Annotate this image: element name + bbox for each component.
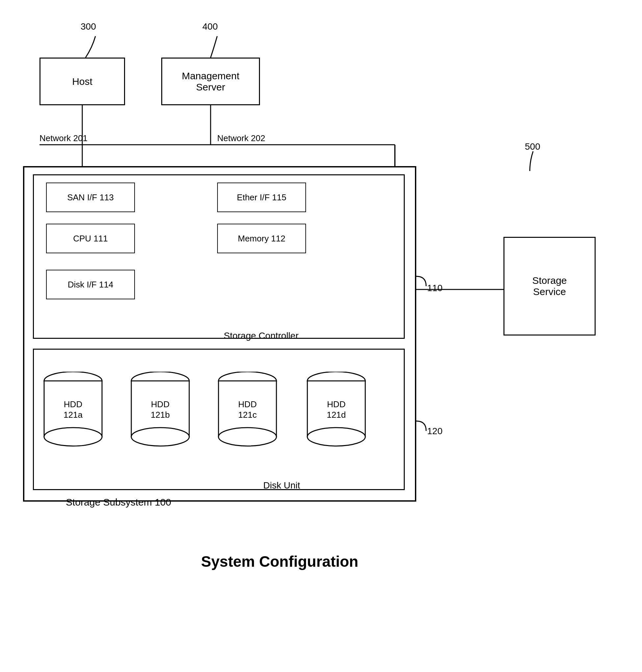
- mgmt-server-box: Management Server: [161, 57, 260, 105]
- network-201-label: Network 201: [39, 133, 88, 143]
- storage-service-box: Storage Service: [503, 237, 595, 336]
- cpu-label: CPU 111: [73, 234, 108, 244]
- svg-text:121d: 121d: [327, 410, 346, 420]
- disk-unit-label: Disk Unit: [263, 480, 300, 491]
- svg-text:HDD: HDD: [327, 399, 346, 409]
- ref-300: 300: [81, 21, 96, 32]
- caption: System Configuration: [132, 553, 428, 570]
- hdd-121d: HDD 121d: [306, 372, 367, 452]
- cpu-box: CPU 111: [46, 224, 135, 253]
- mgmt-server-label: Management Server: [182, 70, 239, 93]
- network-202-label: Network 202: [217, 133, 265, 143]
- san-if-label: SAN I/F 113: [67, 192, 114, 203]
- svg-point-32: [218, 428, 277, 446]
- memory-label: Memory 112: [238, 234, 286, 244]
- svg-text:HDD: HDD: [238, 399, 257, 409]
- ref-120: 120: [427, 426, 442, 437]
- hdd-121b: HDD 121b: [130, 372, 191, 452]
- disk-if-label: Disk I/F 114: [68, 280, 114, 290]
- host-label: Host: [72, 76, 92, 87]
- svg-text:121c: 121c: [238, 410, 257, 420]
- hdd-121c: HDD 121c: [217, 372, 278, 452]
- svg-point-22: [44, 428, 102, 446]
- memory-box: Memory 112: [217, 224, 306, 253]
- ref-110: 110: [427, 283, 442, 294]
- hdd-121a: HDD 121a: [43, 372, 104, 452]
- svg-text:121b: 121b: [151, 410, 170, 420]
- diagram: 300 400 500 Host Management Server Netwo…: [0, 0, 642, 672]
- ref-500: 500: [525, 141, 540, 152]
- svg-text:HDD: HDD: [151, 399, 169, 409]
- san-if-box: SAN I/F 113: [46, 183, 135, 212]
- svg-text:HDD: HDD: [64, 399, 82, 409]
- svg-point-37: [307, 428, 365, 446]
- ref-400: 400: [202, 21, 218, 32]
- disk-if-box: Disk I/F 114: [46, 270, 135, 299]
- storage-service-label: Storage Service: [532, 275, 567, 297]
- ether-if-box: Ether I/F 115: [217, 183, 306, 212]
- svg-text:121a: 121a: [64, 410, 82, 420]
- storage-controller-label: Storage Controller: [224, 331, 298, 341]
- ether-if-label: Ether I/F 115: [237, 192, 286, 203]
- svg-point-27: [131, 428, 189, 446]
- host-box: Host: [39, 57, 125, 105]
- storage-subsystem-label: Storage Subsystem 100: [66, 497, 171, 508]
